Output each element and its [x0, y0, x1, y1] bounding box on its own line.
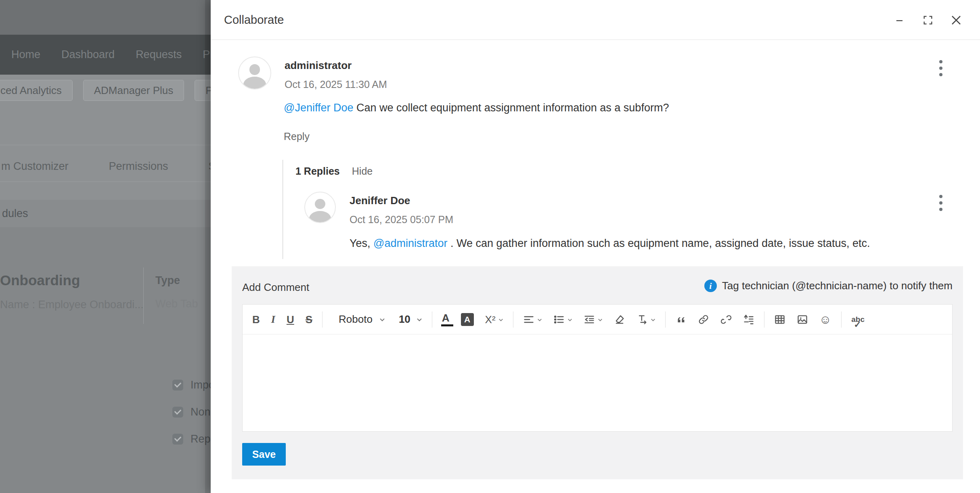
checkbox-checked-icon[interactable]: [172, 434, 183, 445]
checkbox-checked-icon[interactable]: [172, 380, 183, 391]
chevron-down-icon: [598, 316, 603, 323]
comment-timestamp: Oct 16, 2025 11:30 AM: [285, 79, 387, 90]
replies-count: 1 Replies: [295, 165, 340, 177]
avatar: [238, 56, 271, 90]
card-type-label: Type: [155, 274, 180, 287]
chevron-down-icon: [379, 316, 385, 323]
comment-text-body: Can we collect equipment assignment info…: [354, 102, 669, 114]
toolbar-separator: [513, 311, 513, 328]
font-family-value: Roboto: [332, 313, 377, 326]
add-comment-label: Add Comment: [242, 281, 309, 294]
background-nav-bar: Home Dashboard Requests Problems: [0, 35, 211, 75]
reply-author: Jeniffer Doe: [350, 194, 410, 207]
background-tab-chips: ced Analytics ADManager Plus PAM360: [0, 80, 211, 101]
nav-item-requests[interactable]: Requests: [136, 48, 182, 61]
divider: [0, 182, 211, 182]
background-page: Home Dashboard Requests Problems ced Ana…: [0, 0, 211, 493]
chevron-down-icon: [417, 316, 422, 323]
divider: [143, 267, 144, 324]
font-family-select[interactable]: Roboto: [327, 309, 391, 330]
bullet-list-icon[interactable]: [548, 309, 578, 330]
card-title: Onboarding: [0, 272, 80, 288]
background-section-tabs: m Customizer Permissions Sub Entities: [1, 160, 211, 173]
checkbox-checked-icon[interactable]: [172, 407, 183, 418]
line-spacing-icon[interactable]: [737, 309, 760, 330]
chip-advanced-analytics[interactable]: ced Analytics: [0, 80, 73, 101]
rich-text-editor: B I U S Roboto 10 A A: [242, 304, 953, 432]
bold-icon[interactable]: B: [247, 309, 266, 330]
modules-label: dules: [2, 207, 28, 220]
toolbar-separator: [841, 311, 842, 328]
kebab-menu-icon[interactable]: [934, 194, 948, 212]
minimize-icon[interactable]: [894, 14, 906, 26]
font-size-value: 10: [396, 313, 414, 326]
save-button[interactable]: Save: [242, 443, 286, 466]
reply-timestamp: Oct 16, 2025 05:07 PM: [350, 214, 453, 226]
mention-link[interactable]: @administrator: [373, 237, 447, 249]
screen: Home Dashboard Requests Problems ced Ana…: [0, 0, 980, 493]
toolbar-separator: [432, 311, 432, 328]
font-size-select[interactable]: 10: [391, 309, 428, 330]
background-topband: [0, 0, 211, 35]
maximize-icon[interactable]: [922, 14, 934, 26]
nav-item-dashboard[interactable]: Dashboard: [61, 48, 115, 61]
chevron-down-icon: [651, 316, 655, 323]
blockquote-icon[interactable]: [670, 309, 692, 330]
superscript-icon[interactable]: X²: [480, 309, 509, 330]
hide-replies-button[interactable]: Hide: [352, 165, 373, 177]
reply-button[interactable]: Reply: [284, 131, 310, 142]
italic-icon[interactable]: I: [266, 309, 281, 330]
avatar: [304, 192, 336, 223]
page-scroll-edge: [205, 0, 211, 493]
kebab-menu-icon[interactable]: [934, 59, 948, 77]
indent-icon[interactable]: [578, 309, 608, 330]
tag-technician-note: Tag technician (@technician-name) to not…: [704, 280, 953, 292]
emoji-icon[interactable]: ☺: [814, 309, 838, 330]
divider: [0, 145, 211, 145]
align-icon[interactable]: [517, 309, 548, 330]
thread-line: [282, 160, 283, 259]
reply-text: Yes, @administrator . We can gather info…: [350, 237, 870, 250]
info-icon: [704, 280, 717, 292]
tag-note-text: Tag technician (@technician-name) to not…: [722, 280, 953, 292]
comment-author: administrator: [285, 59, 352, 72]
background-content: ced Analytics ADManager Plus PAM360 m Cu…: [0, 75, 211, 493]
comment-input[interactable]: [243, 334, 952, 431]
add-comment-panel: Add Comment Tag technician (@technician-…: [232, 266, 963, 479]
text-direction-icon[interactable]: [631, 309, 661, 330]
link-icon[interactable]: [692, 309, 715, 330]
person-icon: [249, 64, 260, 75]
image-icon[interactable]: [791, 309, 814, 330]
table-icon[interactable]: [769, 309, 791, 330]
card-type-value: Web Tab: [155, 298, 198, 310]
underline-icon[interactable]: U: [281, 309, 300, 330]
strikethrough-icon[interactable]: S: [300, 309, 318, 330]
mention-link[interactable]: @Jeniffer Doe: [284, 102, 354, 114]
card-name-line: Name : Employee Onboardi...: [0, 299, 144, 311]
clear-format-icon[interactable]: [608, 309, 631, 330]
unlink-icon[interactable]: [715, 309, 737, 330]
toolbar-separator: [764, 311, 764, 328]
tab-permissions[interactable]: Permissions: [109, 160, 168, 173]
modules-band: dules: [0, 200, 211, 227]
toolbar-separator: [665, 311, 666, 328]
chip-admanager-plus[interactable]: ADManager Plus: [83, 80, 184, 101]
chevron-down-icon: [537, 316, 542, 323]
spellcheck-icon[interactable]: abc✓: [846, 309, 870, 330]
close-icon[interactable]: [950, 14, 962, 26]
reply-text-prefix: Yes,: [350, 237, 373, 249]
reply-text-suffix: . We can gather information such as equi…: [448, 237, 870, 249]
comment-text: @Jeniffer Doe Can we collect equipment a…: [284, 102, 669, 114]
person-icon: [315, 199, 325, 209]
onboarding-card: Onboarding Name : Employee Onboardi... T…: [0, 227, 211, 493]
tab-form-customizer[interactable]: m Customizer: [1, 160, 69, 173]
toolbar-separator: [322, 311, 322, 328]
editor-toolbar: B I U S Roboto 10 A A: [243, 305, 952, 334]
collaborate-dialog: Collaborate administrator Oct 16, 2025 1…: [211, 0, 980, 493]
replies-header: 1 Replies Hide: [295, 165, 373, 177]
chevron-down-icon: [498, 316, 503, 323]
background-color-icon[interactable]: A: [455, 309, 480, 330]
font-color-icon[interactable]: A: [436, 309, 455, 330]
dialog-header: Collaborate: [211, 0, 980, 40]
nav-item-home[interactable]: Home: [11, 48, 40, 61]
